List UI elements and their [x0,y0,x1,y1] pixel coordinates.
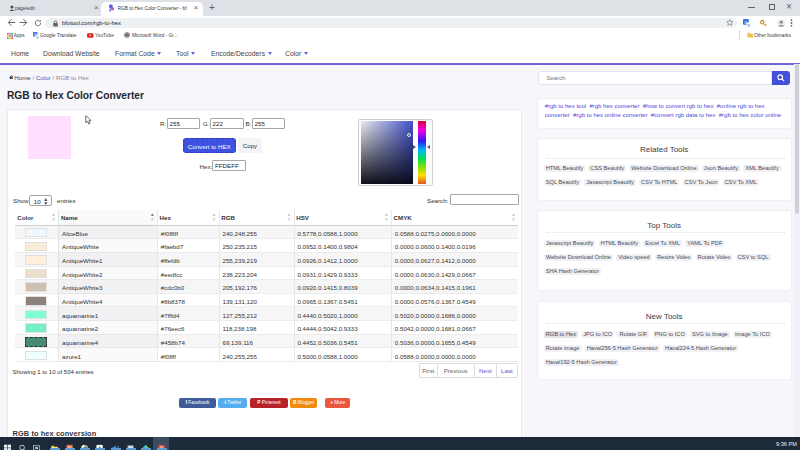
svg-text:g: g [36,35,38,39]
svg-text:g: g [747,22,749,27]
